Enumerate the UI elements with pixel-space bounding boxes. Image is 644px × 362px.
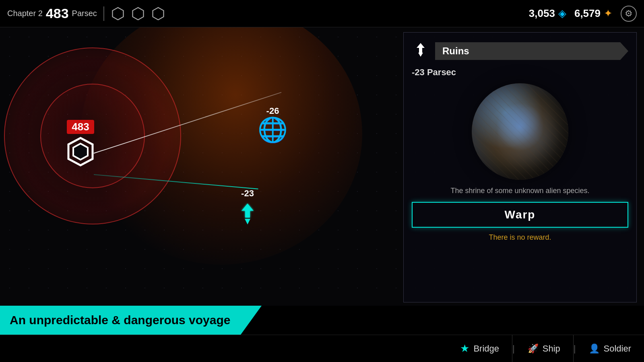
svg-marker-1 — [132, 7, 143, 20]
nav-item-ship[interactable]: 🚀 Ship — [515, 335, 574, 362]
no-reward-text: There is no reward. — [412, 233, 628, 242]
nav-item-bridge[interactable]: ★ Bridge — [447, 335, 512, 362]
route-line-white — [94, 92, 282, 154]
panel-title: Ruins — [442, 45, 469, 56]
nebula-glow — [80, 27, 362, 265]
side-panel: Ruins -23 Parsec The shrine of some unkn… — [403, 32, 637, 302]
crystal-value: 3,053 — [529, 7, 555, 20]
svg-marker-6 — [245, 219, 250, 224]
parsec-label: Parsec — [72, 9, 97, 18]
gold-icon: ✦ — [604, 7, 613, 20]
ship-label: -23 — [241, 188, 254, 199]
bridge-icon: ★ — [460, 342, 469, 355]
route-line-cyan — [94, 174, 258, 189]
svg-marker-4 — [73, 144, 88, 160]
position-hex-icon — [64, 136, 97, 171]
current-parsec: 483 — [67, 120, 94, 134]
nav-item-soldier[interactable]: 👤 Soldier — [576, 335, 644, 362]
ship-marker[interactable]: -23 — [233, 188, 262, 228]
chapter-info: Chapter 2 483 Parsec — [7, 6, 97, 21]
hex-slot-2[interactable] — [131, 6, 145, 21]
globe-node[interactable]: -26 🌐 — [258, 106, 288, 142]
ship-nav-icon: 🚀 — [528, 343, 539, 354]
gold-value: 6,579 — [574, 7, 601, 20]
top-right: 3,053 ◈ 6,579 ✦ ⚙ — [529, 6, 637, 22]
svg-marker-2 — [153, 7, 163, 20]
svg-point-7 — [246, 212, 250, 216]
banner-text: An unpredictable & dangerous voyage — [10, 313, 230, 327]
top-bar: Chapter 2 483 Parsec 3,053 ◈ 6,579 ✦ — [0, 0, 644, 27]
parsec-value: 483 — [46, 6, 69, 21]
globe-label: -26 — [266, 106, 279, 116]
crystal-currency: 3,053 ◈ — [529, 7, 566, 20]
chapter-label: Chapter 2 — [7, 9, 43, 18]
soldier-nav-icon: 👤 — [589, 343, 600, 354]
panel-header: Ruins — [412, 41, 628, 62]
bottom-nav: ★ Bridge | 🚀 Ship | 👤 Soldier — [0, 335, 644, 362]
gold-currency: 6,579 ✦ — [574, 7, 613, 20]
panel-parsec-info: -23 Parsec — [412, 67, 628, 78]
planet-image — [472, 83, 568, 180]
bottom-banner: An unpredictable & dangerous voyage — [0, 306, 262, 335]
current-position: 483 — [64, 120, 97, 171]
svg-marker-8 — [417, 43, 425, 53]
panel-title-badge: Ruins — [435, 42, 628, 60]
ruins-icon — [412, 41, 429, 62]
hex-slot-1[interactable] — [111, 6, 125, 21]
svg-marker-9 — [418, 53, 423, 57]
crystal-icon: ◈ — [558, 7, 566, 20]
globe-icon: 🌐 — [258, 118, 288, 142]
settings-button[interactable]: ⚙ — [621, 6, 637, 22]
planet-description: The shrine of some unknown alien species… — [412, 185, 628, 196]
nav-label-bridge: Bridge — [473, 343, 499, 354]
hex-slot-3[interactable] — [151, 6, 165, 21]
warp-button[interactable]: Warp — [412, 202, 628, 228]
ship-symbol-svg — [233, 200, 262, 228]
divider — [103, 6, 104, 21]
nav-label-ship: Ship — [543, 343, 560, 354]
hex-slot-group — [111, 6, 165, 21]
nav-label-soldier: Soldier — [604, 343, 631, 354]
svg-marker-0 — [112, 7, 123, 20]
